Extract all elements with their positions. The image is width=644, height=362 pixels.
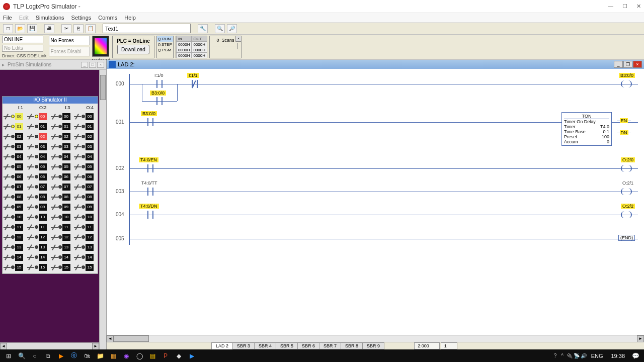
iosim-bit[interactable]: 06 xyxy=(27,172,50,182)
chrome-icon[interactable]: ◯ xyxy=(133,350,146,361)
cut-button[interactable]: ✂ xyxy=(61,24,71,33)
switch-icon[interactable] xyxy=(51,205,58,210)
rung-0-coil[interactable] xyxy=(619,78,634,89)
tab-lad2[interactable]: LAD 2 xyxy=(211,342,233,349)
edits-dropdown[interactable]: No Edits xyxy=(2,45,43,52)
switch-icon[interactable] xyxy=(74,124,81,129)
forces-enable-dropdown[interactable]: Forces Disabled xyxy=(49,47,90,56)
switch-icon[interactable] xyxy=(4,215,11,220)
iosim-bit[interactable]: 10 xyxy=(74,212,97,222)
switch-icon[interactable] xyxy=(51,144,58,149)
mode-pgm[interactable]: PGM xyxy=(162,48,171,52)
copy-button[interactable]: ⎘ xyxy=(73,24,84,33)
switch-icon[interactable] xyxy=(4,235,11,240)
vol-tray-icon[interactable]: 🔊 xyxy=(580,352,587,359)
iosim-bit[interactable]: 04 xyxy=(74,152,97,161)
print-button[interactable]: 🖶 xyxy=(44,24,54,33)
app2-icon[interactable]: ◉ xyxy=(120,350,133,361)
sim-scroll-area[interactable]: I/O Simulator II I:100010203040506070809… xyxy=(0,70,106,349)
ladder-min-button[interactable]: _ xyxy=(614,61,623,68)
iosim-bit[interactable]: 09 xyxy=(27,202,50,212)
iosim-bit[interactable]: 11 xyxy=(74,222,97,232)
switch-icon[interactable] xyxy=(27,225,34,230)
iosim-bit[interactable]: 06 xyxy=(74,172,97,182)
iosim-bit[interactable]: 11 xyxy=(4,222,26,232)
switch-icon[interactable] xyxy=(51,154,58,159)
minimize-button[interactable]: — xyxy=(608,3,613,10)
logixpro-icon[interactable]: ◆ xyxy=(172,350,185,361)
mode-dropdown[interactable]: ONLINE xyxy=(2,36,43,43)
switch-icon[interactable] xyxy=(51,185,58,190)
save-button[interactable]: 💾 xyxy=(27,24,37,33)
menu-simulations[interactable]: Simulations xyxy=(36,15,64,21)
prosim-max-button[interactable]: □ xyxy=(89,62,96,68)
rung-3-xic[interactable] xyxy=(143,186,158,197)
menu-comms[interactable]: Comms xyxy=(98,15,117,21)
switch-icon[interactable] xyxy=(74,114,81,119)
switch-icon[interactable] xyxy=(4,164,11,169)
switch-icon[interactable] xyxy=(27,235,34,240)
switch-icon[interactable] xyxy=(27,154,34,159)
switch-icon[interactable] xyxy=(74,215,81,220)
tab-sbr8[interactable]: SBR 8 xyxy=(341,342,363,349)
iosim-bit[interactable]: 09 xyxy=(51,202,73,212)
iosim-bit[interactable]: 08 xyxy=(4,192,26,202)
mode-run[interactable]: RUN xyxy=(162,37,171,41)
iosim-bit[interactable]: 04 xyxy=(51,152,73,161)
sim-vscrollbar[interactable] xyxy=(99,70,106,349)
scan-close-button[interactable]: × xyxy=(235,36,242,42)
iosim-bit[interactable]: 14 xyxy=(74,252,97,262)
switch-icon[interactable] xyxy=(4,245,11,250)
switch-icon[interactable] xyxy=(4,265,11,270)
zoom-out-button[interactable]: 🔎 xyxy=(227,24,237,33)
taskview-icon[interactable]: ⧉ xyxy=(41,350,54,361)
iosim-bit[interactable]: 08 xyxy=(74,192,97,202)
switch-icon[interactable] xyxy=(51,164,58,169)
switch-icon[interactable] xyxy=(27,164,34,169)
switch-icon[interactable] xyxy=(4,255,11,260)
switch-icon[interactable] xyxy=(27,134,34,139)
switch-icon[interactable] xyxy=(74,255,81,260)
rung-0-xic-a[interactable] xyxy=(152,78,167,89)
iosim-bit[interactable]: 12 xyxy=(74,232,97,242)
iosim-bit[interactable]: 12 xyxy=(51,232,73,242)
switch-icon[interactable] xyxy=(74,134,81,139)
timer-block[interactable]: TON Timer On Delay TimerT4:0 Time Base0.… xyxy=(561,112,612,146)
rung-0-branch-xic[interactable] xyxy=(152,96,167,107)
iosim-bit[interactable]: 07 xyxy=(74,182,97,192)
switch-icon[interactable] xyxy=(27,124,34,129)
iosim-bit[interactable]: 15 xyxy=(27,262,50,272)
paste-button[interactable]: 📋 xyxy=(86,24,96,33)
net-tray-icon[interactable]: 📡 xyxy=(573,352,580,359)
open-button[interactable]: 📂 xyxy=(15,24,25,33)
mode-step[interactable]: STEP xyxy=(162,42,172,47)
start-button[interactable]: ⊞ xyxy=(2,350,15,361)
rung-3-coil[interactable] xyxy=(619,186,634,197)
iosim-bit[interactable]: 09 xyxy=(74,202,97,212)
switch-icon[interactable] xyxy=(4,174,11,179)
iosim-bit[interactable]: 02 xyxy=(4,132,26,141)
switch-icon[interactable] xyxy=(4,185,11,190)
iosim-bit[interactable]: 12 xyxy=(4,232,26,242)
prosim-close-button[interactable]: × xyxy=(97,62,104,68)
iosim-bit[interactable]: 04 xyxy=(27,152,50,161)
switch-icon[interactable] xyxy=(74,154,81,159)
switch-icon[interactable] xyxy=(51,124,58,129)
switch-icon[interactable] xyxy=(27,255,34,260)
iosim-bit[interactable]: 13 xyxy=(74,242,97,252)
close-button[interactable]: ✕ xyxy=(636,3,641,10)
iosim-bit[interactable]: 10 xyxy=(51,212,73,222)
switch-icon[interactable] xyxy=(51,195,58,200)
iosim-bit[interactable]: 05 xyxy=(74,162,97,171)
switch-icon[interactable] xyxy=(4,154,11,159)
tab-sbr5[interactable]: SBR 5 xyxy=(276,342,298,349)
iosim-bit[interactable]: 14 xyxy=(27,252,50,262)
iosim-bit[interactable]: 03 xyxy=(74,142,97,151)
switch-icon[interactable] xyxy=(51,265,58,270)
app3-icon[interactable]: ▤ xyxy=(146,350,159,361)
iosim-bit[interactable]: 11 xyxy=(27,222,50,232)
iosim-bit[interactable]: 03 xyxy=(27,142,50,151)
switch-icon[interactable] xyxy=(4,225,11,230)
tab-sbr9[interactable]: SBR 9 xyxy=(362,342,384,349)
plc-mode-selector[interactable]: RUN STEP PGM xyxy=(156,36,174,58)
